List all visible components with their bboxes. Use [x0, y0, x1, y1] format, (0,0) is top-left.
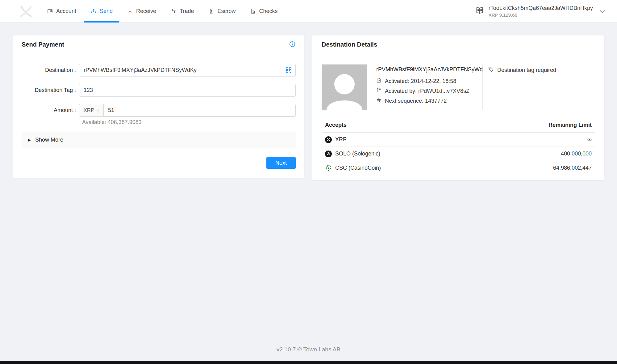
main-nav: Account Send Receive [41, 0, 286, 23]
amount-input[interactable] [103, 104, 296, 117]
tab-trade[interactable]: Trade [164, 0, 200, 23]
calendar-check-icon [376, 78, 381, 85]
remaining-limit: 64,986,002,447 [553, 165, 592, 171]
xrp-icon [325, 136, 332, 143]
next-sequence-text: Next sequence: 1437772 [385, 98, 447, 104]
trade-icon [170, 8, 177, 14]
tab-label: Trade [180, 8, 194, 14]
tab-checks[interactable]: Checks [244, 0, 284, 23]
send-payment-title: Send Payment [22, 41, 64, 48]
destination-details-title: Destination Details [322, 41, 377, 48]
destination-input-wrap [79, 64, 296, 77]
amount-input-group: XRP [79, 104, 296, 117]
xrp-toolkit-logo-icon [19, 3, 33, 19]
available-balance: Available: 406,387.9083 [22, 119, 296, 126]
show-more-toggle[interactable]: ▶ Show More [22, 132, 296, 148]
currency-cell: XRP [325, 136, 347, 143]
activated-text: Activated: 2014-12-22, 18:58 [385, 78, 456, 85]
currency-cell: Ƨ SOLO (Sologenic) [325, 151, 380, 157]
table-row-solo: Ƨ SOLO (Sologenic) 400,000,000 [322, 147, 595, 161]
destination-label: Destination : [22, 67, 79, 73]
tag-required-line: Destination tag required [488, 66, 556, 74]
tab-receive[interactable]: Receive [121, 0, 162, 23]
amount-row: Amount : XRP [22, 104, 296, 117]
tab-send[interactable]: Send [84, 0, 119, 23]
next-sequence-line: Next sequence: 1437772 [376, 97, 476, 104]
csc-icon [325, 165, 332, 172]
hash-icon [376, 97, 381, 104]
accepts-table-header: Accepts Remaining Limit [322, 122, 595, 133]
copyright-text: v2.10.7 © Towo Labs AB [0, 346, 617, 353]
account-icon [47, 8, 53, 14]
top-navigation-bar: Account Send Receive [0, 0, 617, 23]
page-content: Send Payment Destination : [0, 23, 617, 180]
currency-name: CSC (CasinoCoin) [335, 165, 381, 171]
receive-icon [127, 8, 133, 14]
tab-label: Send [100, 8, 113, 14]
vertical-divider [482, 64, 483, 110]
send-payment-form: Destination : Destination Tag : [13, 54, 304, 178]
table-row-csc: CSC (CasinoCoin) 64,986,002,447 [322, 161, 595, 175]
currency-cell: CSC (CasinoCoin) [325, 165, 381, 172]
destination-input[interactable] [79, 64, 296, 77]
currency-name: SOLO (Sologenic) [335, 151, 380, 157]
destination-flags: Destination tag required [488, 64, 556, 110]
remaining-limit: 400,000,000 [561, 151, 592, 157]
show-more-label: Show More [35, 137, 63, 143]
accepts-table: Accepts Remaining Limit XRP ∞ [322, 122, 595, 175]
remaining-limit: ∞ [587, 136, 592, 143]
remaining-limit-column-header: Remaining Limit [548, 122, 592, 128]
destination-details-header: Destination Details [312, 35, 604, 54]
destination-summary: rPVMhWBsfF9iMXYj3aAzJVkPDTFNSyWd... Acti… [322, 64, 595, 110]
send-icon [90, 8, 97, 14]
tab-label: Receive [136, 8, 156, 14]
amount-label: Amount : [22, 107, 79, 114]
account-balance: XRP 9,129.68 [489, 12, 593, 18]
solo-glyph: Ƨ [327, 152, 330, 156]
destination-row: Destination : [22, 64, 296, 77]
destination-info: rPVMhWBsfF9iMXYj3aAzJVkPDTFNSyWd... Acti… [376, 64, 476, 110]
tab-label: Escrow [217, 8, 236, 14]
account-selector[interactable]: rTooLkitCksh5mQa67eaa2JaWHDBnHkpy XRP 9,… [475, 5, 604, 18]
send-payment-header: Send Payment [13, 35, 304, 54]
activated-by-line: Activated by: rPdWU1d...v7XV8sZ [376, 88, 476, 94]
currency-select[interactable]: XRP [79, 104, 104, 117]
caret-right-icon: ▶ [28, 138, 31, 142]
chevron-down-icon[interactable] [600, 8, 605, 13]
table-row-xrp: XRP ∞ [322, 133, 595, 147]
avatar [322, 64, 367, 110]
destination-tag-row: Destination Tag : [22, 84, 296, 97]
next-button[interactable]: Next [266, 157, 296, 169]
branch-icon [376, 88, 381, 94]
currency-selected: XRP [84, 107, 94, 114]
tab-account[interactable]: Account [41, 0, 82, 23]
chevron-down-icon [96, 108, 100, 111]
accepts-column-header: Accepts [325, 122, 347, 128]
bottom-bar [0, 361, 617, 364]
checks-icon [250, 8, 256, 14]
account-address: rTooLkitCksh5mQa67eaa2JaWHDBnHkpy [489, 5, 593, 11]
address-book-icon[interactable] [475, 6, 484, 16]
destination-details-body: rPVMhWBsfF9iMXYj3aAzJVkPDTFNSyWd... Acti… [312, 54, 604, 180]
tab-label: Checks [259, 8, 278, 14]
activated-by-text: Activated by: rPdWU1d...v7XV8sZ [385, 88, 469, 94]
tag-icon [488, 66, 494, 74]
send-payment-card: Send Payment Destination : [13, 35, 304, 178]
form-actions: Next [22, 157, 296, 169]
destination-address: rPVMhWBsfF9iMXYj3aAzJVkPDTFNSyWd... [376, 66, 476, 73]
tab-label: Account [56, 8, 76, 14]
destination-tag-label: Destination Tag : [22, 87, 79, 93]
account-summary: rTooLkitCksh5mQa67eaa2JaWHDBnHkpy XRP 9,… [489, 5, 593, 18]
solo-icon: Ƨ [325, 151, 332, 157]
info-icon[interactable] [289, 41, 296, 49]
destination-tag-input[interactable] [79, 84, 296, 97]
currency-name: XRP [335, 136, 347, 143]
tab-escrow[interactable]: Escrow [202, 0, 242, 23]
tag-required-text: Destination tag required [497, 67, 556, 73]
escrow-icon [208, 8, 214, 14]
activated-line: Activated: 2014-12-22, 18:58 [376, 78, 476, 85]
destination-details-card: Destination Details rPVMhWBsfF9iMXYj3aAz… [312, 35, 604, 180]
qr-scan-icon[interactable] [285, 67, 292, 75]
